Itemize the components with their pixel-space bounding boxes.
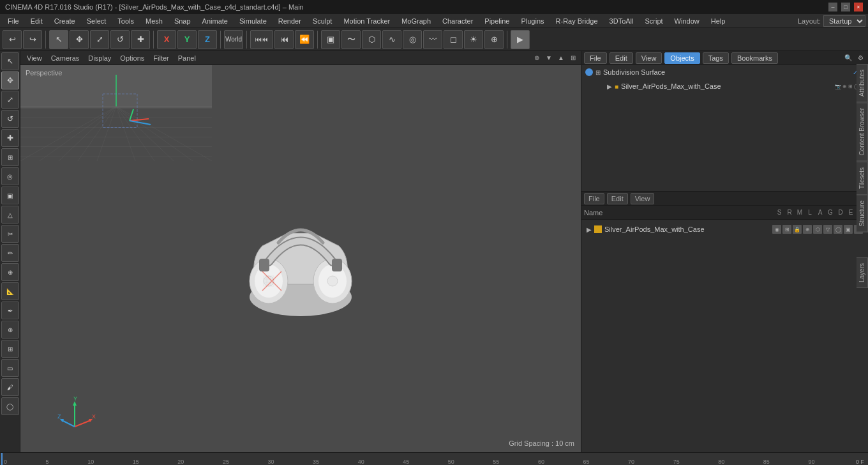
menu-3dtoall[interactable]: 3DToAll — [604, 16, 639, 26]
redo-button[interactable]: ↪ — [23, 30, 42, 49]
render-viewport-button[interactable]: ▶ — [511, 30, 530, 49]
menu-tools[interactable]: Tools — [112, 16, 139, 26]
menu-mesh[interactable]: Mesh — [140, 16, 168, 26]
vp-icon-down[interactable]: ▼ — [544, 53, 554, 63]
menu-character[interactable]: Character — [437, 16, 478, 26]
lt-snap[interactable]: ◎ — [1, 167, 19, 185]
camera-tool[interactable]: ◻ — [444, 30, 463, 49]
menu-edit[interactable]: Edit — [26, 16, 48, 26]
lt-sculpt[interactable]: △ — [1, 206, 19, 224]
maximize-button[interactable]: □ — [841, 3, 850, 11]
vp-icon-fullscreen[interactable]: ⊞ — [568, 53, 578, 63]
lt-knife[interactable]: ✂ — [1, 225, 19, 243]
nurbs-tool[interactable]: ∿ — [382, 30, 401, 49]
lt-grid[interactable]: ⊞ — [1, 340, 19, 358]
lt-object[interactable]: ▣ — [1, 187, 19, 204]
menu-create[interactable]: Create — [49, 16, 80, 26]
tree-subdivision-surface[interactable]: ⊞ Subdivision Surface ✓ — [581, 65, 868, 79]
step-back-button[interactable]: ⏪ — [295, 30, 314, 49]
minimize-button[interactable]: – — [828, 3, 837, 11]
close-button[interactable]: × — [854, 3, 863, 11]
polygon-tool[interactable]: ⬡ — [362, 30, 381, 49]
lt-floor[interactable]: ▭ — [1, 359, 19, 377]
right-tab-attributes[interactable]: Attributes — [857, 64, 868, 102]
vp-panel[interactable]: Panel — [174, 53, 200, 63]
keyframe-button[interactable]: ⏮⏮ — [250, 30, 273, 49]
perspective-cube[interactable]: ▣ — [321, 30, 340, 49]
obj-tab-bookmarks[interactable]: Bookmarks — [731, 52, 778, 64]
undo-button[interactable]: ↩ — [3, 30, 22, 49]
boolean-tool[interactable]: ◎ — [403, 30, 422, 49]
lt-pointer[interactable]: ↖ — [1, 52, 19, 70]
add-button[interactable]: ✚ — [131, 30, 150, 49]
obj-tab-view[interactable]: View — [636, 52, 662, 64]
attr-icon-1[interactable]: ◉ — [772, 225, 781, 234]
light-tool[interactable]: ☀ — [464, 30, 483, 49]
menu-snap[interactable]: Snap — [169, 16, 196, 26]
obj-search-icon[interactable]: 🔍 — [843, 53, 853, 63]
attr-icon-8[interactable]: ▣ — [844, 225, 853, 234]
menu-select[interactable]: Select — [82, 16, 112, 26]
obj-tab-file[interactable]: File — [584, 52, 607, 64]
lt-paint[interactable]: 🖌 — [1, 378, 19, 396]
axis-y-button[interactable]: Y — [177, 30, 197, 49]
obj-tab-objects[interactable]: Objects — [664, 52, 700, 64]
menu-vray[interactable]: R-Ray Bridge — [551, 16, 603, 26]
vp-display[interactable]: Display — [84, 53, 115, 63]
attr-icon-4[interactable]: ⊕ — [803, 225, 812, 234]
vp-icon-expand[interactable]: ⊕ — [532, 53, 542, 63]
world-button[interactable]: World — [224, 30, 243, 49]
right-tab-content[interactable]: Content Browser — [857, 102, 868, 161]
lt-extra1[interactable]: ◯ — [1, 397, 19, 415]
play-back-button[interactable]: ⏮ — [274, 30, 294, 49]
spline-tool[interactable]: 〜 — [341, 30, 361, 49]
attr-view[interactable]: View — [631, 193, 655, 204]
rotate-button[interactable]: ↺ — [110, 30, 130, 49]
axis-z-button[interactable]: Z — [198, 30, 217, 49]
attr-icon-7[interactable]: ◯ — [834, 225, 842, 234]
vp-view[interactable]: View — [23, 53, 46, 63]
obj-tab-edit[interactable]: Edit — [610, 52, 633, 64]
right-tab-tiles[interactable]: Tilesets — [857, 162, 868, 195]
menu-animate[interactable]: Animate — [197, 16, 233, 26]
lt-rotate[interactable]: ↺ — [1, 110, 19, 128]
menu-render[interactable]: Render — [273, 16, 306, 26]
lt-move[interactable]: ✥ — [1, 72, 19, 89]
menu-mograph[interactable]: MoGraph — [396, 16, 436, 26]
lt-magnet[interactable]: ⊕ — [1, 321, 19, 339]
layout-select[interactable]: Startup — [823, 15, 865, 27]
select-button[interactable]: ↖ — [49, 30, 68, 49]
obj-tab-tags[interactable]: Tags — [703, 52, 729, 64]
menu-sculpt[interactable]: Sculpt — [308, 16, 338, 26]
menu-simulate[interactable]: Simulate — [234, 16, 272, 26]
axis-x-button[interactable]: X — [157, 30, 176, 49]
tree-airpods-object[interactable]: ▶ ■ Silver_AirPods_Max_with_Case 📷 ⊕ ⊞ ◯… — [581, 79, 868, 93]
menu-help[interactable]: Help — [706, 16, 731, 26]
vp-icon-up[interactable]: ▲ — [556, 53, 566, 63]
null-tool[interactable]: ⊕ — [484, 30, 504, 49]
vp-cameras[interactable]: Cameras — [47, 53, 84, 63]
obj-settings-icon[interactable]: ⚙ — [855, 53, 865, 63]
move-button[interactable]: ✥ — [70, 30, 89, 49]
menu-plugins[interactable]: Plugins — [516, 16, 549, 26]
lt-add[interactable]: ✚ — [1, 129, 19, 147]
attr-edit[interactable]: Edit — [607, 193, 628, 204]
attr-file[interactable]: File — [584, 193, 604, 204]
menu-file[interactable]: File — [3, 16, 24, 26]
menu-script[interactable]: Script — [640, 16, 668, 26]
attr-row-airpods[interactable]: ▶ Silver_AirPods_Max_with_Case ◉ ⊞ 🔒 ⊕ ⬡… — [584, 222, 865, 236]
lt-scale[interactable]: ⤢ — [1, 91, 19, 109]
viewport[interactable]: Perspective Grid Spacing : 10 cm X — [20, 65, 581, 452]
deformer-tool[interactable]: 〰 — [423, 30, 442, 49]
scale-button[interactable]: ⤢ — [90, 30, 109, 49]
vp-options[interactable]: Options — [116, 53, 148, 63]
lt-measure[interactable]: 📐 — [1, 282, 19, 300]
lt-layers[interactable]: ⊞ — [1, 148, 19, 166]
menu-window[interactable]: Window — [670, 16, 705, 26]
attr-icon-6[interactable]: ▽ — [823, 225, 832, 234]
attr-icon-5[interactable]: ⬡ — [813, 225, 822, 234]
menu-motion-tracker[interactable]: Motion Tracker — [338, 16, 395, 26]
vp-filter[interactable]: Filter — [149, 53, 172, 63]
attr-icon-3[interactable]: 🔒 — [793, 225, 802, 234]
right-tab-structure[interactable]: Structure — [857, 195, 868, 232]
